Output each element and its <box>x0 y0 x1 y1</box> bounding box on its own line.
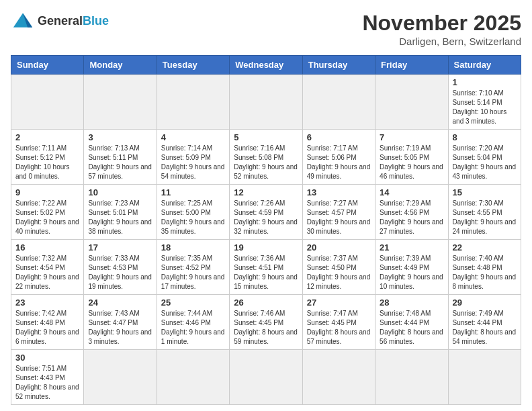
calendar-week-4: 16Sunrise: 7:32 AM Sunset: 4:54 PM Dayli… <box>11 240 521 295</box>
calendar: SundayMondayTuesdayWednesdayThursdayFrid… <box>11 55 521 405</box>
calendar-cell: 1Sunrise: 7:10 AM Sunset: 5:14 PM Daylig… <box>448 75 521 130</box>
day-info: Sunrise: 7:48 AM Sunset: 4:44 PM Dayligh… <box>380 309 443 347</box>
calendar-cell: 19Sunrise: 7:36 AM Sunset: 4:51 PM Dayli… <box>230 240 302 295</box>
calendar-header-friday: Friday <box>375 56 448 75</box>
day-info: Sunrise: 7:42 AM Sunset: 4:48 PM Dayligh… <box>15 309 79 347</box>
calendar-week-1: 1Sunrise: 7:10 AM Sunset: 5:14 PM Daylig… <box>11 75 521 130</box>
header: GeneralBlue November 2025 Darligen, Bern… <box>11 11 521 47</box>
day-info: Sunrise: 7:13 AM Sunset: 5:11 PM Dayligh… <box>88 144 152 181</box>
day-info: Sunrise: 7:16 AM Sunset: 5:08 PM Dayligh… <box>234 144 298 181</box>
day-number: 4 <box>161 132 225 142</box>
day-number: 6 <box>307 132 371 142</box>
calendar-cell: 11Sunrise: 7:25 AM Sunset: 5:00 PM Dayli… <box>157 185 229 240</box>
calendar-cell <box>448 350 521 405</box>
day-info: Sunrise: 7:43 AM Sunset: 4:47 PM Dayligh… <box>88 309 152 347</box>
day-number: 10 <box>88 187 152 197</box>
day-info: Sunrise: 7:26 AM Sunset: 4:59 PM Dayligh… <box>234 199 298 236</box>
day-number: 21 <box>380 242 443 253</box>
day-info: Sunrise: 7:11 AM Sunset: 5:12 PM Dayligh… <box>15 144 79 181</box>
day-number: 14 <box>380 187 443 197</box>
day-number: 18 <box>161 242 225 253</box>
day-number: 13 <box>307 187 371 197</box>
day-number: 12 <box>234 187 298 197</box>
day-info: Sunrise: 7:30 AM Sunset: 4:55 PM Dayligh… <box>453 199 517 236</box>
calendar-cell: 2Sunrise: 7:11 AM Sunset: 5:12 PM Daylig… <box>11 130 84 185</box>
calendar-cell <box>230 75 302 130</box>
calendar-cell: 17Sunrise: 7:33 AM Sunset: 4:53 PM Dayli… <box>84 240 157 295</box>
day-number: 28 <box>380 298 443 308</box>
day-info: Sunrise: 7:23 AM Sunset: 5:01 PM Dayligh… <box>88 199 152 236</box>
calendar-cell: 6Sunrise: 7:17 AM Sunset: 5:06 PM Daylig… <box>302 130 375 185</box>
calendar-cell: 5Sunrise: 7:16 AM Sunset: 5:08 PM Daylig… <box>230 130 302 185</box>
location: Darligen, Bern, Switzerland <box>362 36 521 47</box>
calendar-cell: 12Sunrise: 7:26 AM Sunset: 4:59 PM Dayli… <box>230 185 302 240</box>
logo-icon <box>11 11 35 31</box>
day-number: 9 <box>15 187 79 197</box>
calendar-cell: 26Sunrise: 7:46 AM Sunset: 4:45 PM Dayli… <box>230 295 302 350</box>
calendar-cell: 4Sunrise: 7:14 AM Sunset: 5:09 PM Daylig… <box>157 130 229 185</box>
calendar-cell <box>302 350 375 405</box>
day-info: Sunrise: 7:29 AM Sunset: 4:56 PM Dayligh… <box>380 199 443 236</box>
calendar-cell: 28Sunrise: 7:48 AM Sunset: 4:44 PM Dayli… <box>375 295 448 350</box>
calendar-cell: 9Sunrise: 7:22 AM Sunset: 5:02 PM Daylig… <box>11 185 84 240</box>
calendar-cell: 20Sunrise: 7:37 AM Sunset: 4:50 PM Dayli… <box>302 240 375 295</box>
calendar-week-2: 2Sunrise: 7:11 AM Sunset: 5:12 PM Daylig… <box>11 130 521 185</box>
day-number: 22 <box>453 242 517 253</box>
calendar-header-tuesday: Tuesday <box>157 56 229 75</box>
day-number: 27 <box>307 298 371 308</box>
calendar-cell: 14Sunrise: 7:29 AM Sunset: 4:56 PM Dayli… <box>375 185 448 240</box>
calendar-cell: 21Sunrise: 7:39 AM Sunset: 4:49 PM Dayli… <box>375 240 448 295</box>
day-number: 20 <box>307 242 371 253</box>
calendar-header-saturday: Saturday <box>448 56 521 75</box>
calendar-cell: 29Sunrise: 7:49 AM Sunset: 4:44 PM Dayli… <box>448 295 521 350</box>
calendar-cell: 27Sunrise: 7:47 AM Sunset: 4:45 PM Dayli… <box>302 295 375 350</box>
calendar-cell: 25Sunrise: 7:44 AM Sunset: 4:46 PM Dayli… <box>157 295 229 350</box>
day-number: 25 <box>161 298 225 308</box>
day-info: Sunrise: 7:19 AM Sunset: 5:05 PM Dayligh… <box>380 144 443 181</box>
day-number: 19 <box>234 242 298 253</box>
day-number: 11 <box>161 187 225 197</box>
day-info: Sunrise: 7:14 AM Sunset: 5:09 PM Dayligh… <box>161 144 225 181</box>
day-number: 16 <box>15 242 79 253</box>
calendar-cell: 8Sunrise: 7:20 AM Sunset: 5:04 PM Daylig… <box>448 130 521 185</box>
day-info: Sunrise: 7:49 AM Sunset: 4:44 PM Dayligh… <box>453 309 517 347</box>
calendar-cell: 10Sunrise: 7:23 AM Sunset: 5:01 PM Dayli… <box>84 185 157 240</box>
calendar-cell <box>84 350 157 405</box>
day-info: Sunrise: 7:32 AM Sunset: 4:54 PM Dayligh… <box>15 254 79 291</box>
day-number: 15 <box>453 187 517 197</box>
calendar-cell: 18Sunrise: 7:35 AM Sunset: 4:52 PM Dayli… <box>157 240 229 295</box>
day-number: 7 <box>380 132 443 142</box>
calendar-header-row: SundayMondayTuesdayWednesdayThursdayFrid… <box>11 56 521 75</box>
calendar-cell: 15Sunrise: 7:30 AM Sunset: 4:55 PM Dayli… <box>448 185 521 240</box>
calendar-cell <box>157 350 229 405</box>
calendar-header-sunday: Sunday <box>11 56 84 75</box>
calendar-week-6: 30Sunrise: 7:51 AM Sunset: 4:43 PM Dayli… <box>11 350 521 405</box>
day-number: 1 <box>453 77 517 87</box>
day-number: 24 <box>88 298 152 308</box>
day-info: Sunrise: 7:35 AM Sunset: 4:52 PM Dayligh… <box>161 254 225 291</box>
calendar-cell: 3Sunrise: 7:13 AM Sunset: 5:11 PM Daylig… <box>84 130 157 185</box>
day-info: Sunrise: 7:47 AM Sunset: 4:45 PM Dayligh… <box>307 309 371 347</box>
calendar-cell <box>11 75 84 130</box>
day-number: 3 <box>88 132 152 142</box>
calendar-cell: 7Sunrise: 7:19 AM Sunset: 5:05 PM Daylig… <box>375 130 448 185</box>
day-info: Sunrise: 7:20 AM Sunset: 5:04 PM Dayligh… <box>453 144 517 181</box>
day-info: Sunrise: 7:44 AM Sunset: 4:46 PM Dayligh… <box>161 309 225 347</box>
logo: GeneralBlue <box>11 11 109 31</box>
day-info: Sunrise: 7:22 AM Sunset: 5:02 PM Dayligh… <box>15 199 79 236</box>
calendar-cell <box>302 75 375 130</box>
day-number: 30 <box>15 353 79 363</box>
calendar-cell <box>230 350 302 405</box>
calendar-cell <box>157 75 229 130</box>
day-number: 23 <box>15 298 79 308</box>
day-number: 5 <box>234 132 298 142</box>
calendar-header-thursday: Thursday <box>302 56 375 75</box>
day-number: 8 <box>453 132 517 142</box>
day-info: Sunrise: 7:46 AM Sunset: 4:45 PM Dayligh… <box>234 309 298 347</box>
day-info: Sunrise: 7:33 AM Sunset: 4:53 PM Dayligh… <box>88 254 152 291</box>
calendar-cell: 23Sunrise: 7:42 AM Sunset: 4:48 PM Dayli… <box>11 295 84 350</box>
calendar-cell <box>84 75 157 130</box>
month-year: November 2025 <box>362 11 521 36</box>
calendar-week-5: 23Sunrise: 7:42 AM Sunset: 4:48 PM Dayli… <box>11 295 521 350</box>
day-number: 29 <box>453 298 517 308</box>
